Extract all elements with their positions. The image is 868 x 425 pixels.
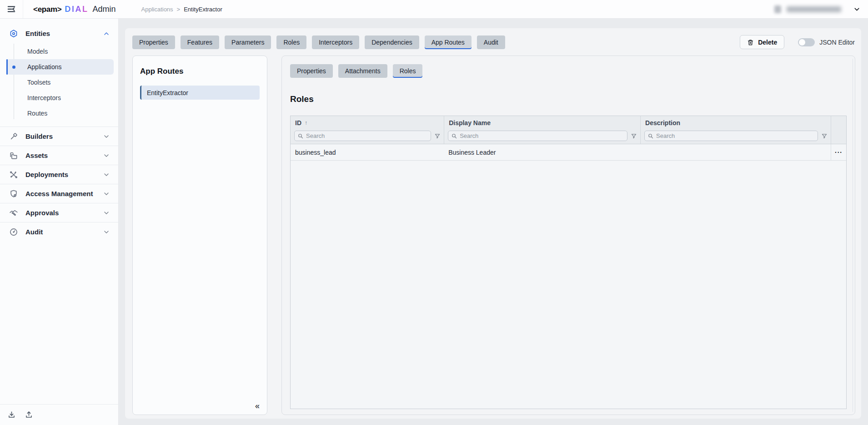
sort-asc-icon: ↑ [305,120,307,126]
tab-dependencies[interactable]: Dependencies [365,35,419,49]
sidebar-item-access-management[interactable]: Access Management [0,184,118,203]
detail-tab-properties[interactable]: Properties [290,64,333,78]
deployments-icon [9,170,18,179]
table-filter-row [291,130,846,144]
detail-tabs: Properties Attachments Roles [290,64,847,78]
topbar-divider [23,0,23,18]
content-row: App Routes EntityExtractor « Properties … [132,56,855,415]
sidebar-collapse-icon [6,4,16,14]
sidebar-nav: Entities Models Applications Toolsets In… [0,19,118,404]
row-more-actions-button[interactable]: ··· [835,149,843,156]
sidebar-item-approvals[interactable]: Approvals [0,203,118,222]
sidebar-item-routes[interactable]: Routes [6,106,114,121]
breadcrumb-separator: > [177,6,181,13]
collapse-icon: « [255,401,260,410]
delete-button-label: Delete [758,39,777,46]
table-row[interactable]: business_lead Business Leader ··· [291,144,846,161]
cell-actions: ··· [831,144,846,160]
description-search-input[interactable] [656,132,814,139]
user-avatar [774,5,781,13]
dial-logo: DIAL [65,5,88,14]
detail-tab-roles[interactable]: Roles [393,64,423,78]
upload-button[interactable] [23,409,35,421]
sidebar-item-label: Approvals [25,209,95,217]
sidebar-footer [0,404,118,425]
chevron-up-icon [103,30,110,37]
sidebar-item-audit[interactable]: Audit [0,223,118,241]
breadcrumb-current: EntityExtractor [184,6,222,13]
column-header-description[interactable]: Description [640,116,831,130]
tab-audit[interactable]: Audit [477,35,505,49]
app-routes-panel: App Routes EntityExtractor « [132,56,267,415]
id-search-input[interactable] [306,132,427,139]
display-name-filter-button[interactable] [630,132,638,140]
tab-features[interactable]: Features [181,35,219,49]
sidebar-item-entities[interactable]: Entities [0,24,118,43]
tab-properties[interactable]: Properties [132,35,175,49]
delete-button[interactable]: Delete [740,35,784,49]
trash-icon [747,39,754,46]
breadcrumb-parent-link[interactable]: Applications [141,6,173,13]
filter-cell-display-name [444,130,640,144]
filter-cell-actions [831,130,846,144]
roles-table: ID ↑ Display Name Description [290,116,847,409]
user-name-redacted [787,6,841,12]
sidebar-subitem-label: Interceptors [27,94,61,101]
cell-display-name: Business Leader [444,144,640,160]
entities-submenu: Models Applications Toolsets Interceptor… [0,43,118,126]
download-icon [7,410,16,419]
sidebar-item-models[interactable]: Models [6,44,114,59]
filter-cell-description [640,130,831,144]
entities-icon [9,29,18,38]
detail-scrollbar[interactable] [853,59,853,412]
toggle-knob [799,39,805,46]
toolbar-controls: Delete JSON Editor [740,35,855,49]
route-list-item-entityextractor[interactable]: EntityExtractor [140,86,260,100]
tab-parameters[interactable]: Parameters [225,35,271,49]
sidebar: Entities Models Applications Toolsets In… [0,19,119,425]
cell-description [640,144,831,160]
column-header-id[interactable]: ID ↑ [291,116,444,130]
app-logo: <epam> DIAL Admin [33,5,116,14]
chevron-down-icon [103,133,110,140]
id-search-box [294,131,431,141]
sidebar-item-assets[interactable]: Assets [0,146,118,165]
ellipsis-icon: ··· [835,149,843,156]
filter-funnel-icon [631,133,637,139]
sidebar-item-deployments[interactable]: Deployments [0,165,118,184]
detail-tab-attachments[interactable]: Attachments [338,64,387,78]
cell-id: business_lead [291,144,444,160]
tab-interceptors[interactable]: Interceptors [312,35,359,49]
sidebar-item-toolsets[interactable]: Toolsets [6,75,114,90]
topbar: <epam> DIAL Admin Applications > EntityE… [0,0,868,19]
sidebar-item-label: Builders [25,132,95,140]
breadcrumb: Applications > EntityExtractor [141,6,222,13]
sidebar-item-applications[interactable]: Applications [6,59,114,75]
display-name-search-input[interactable] [460,132,624,139]
chevron-down-icon [103,209,110,217]
sidebar-item-interceptors[interactable]: Interceptors [6,90,114,106]
entity-panel: Properties Features Parameters Roles Int… [125,28,861,419]
tab-app-routes[interactable]: App Routes [425,35,472,49]
sidebar-toggle-button[interactable] [0,0,23,18]
sidebar-item-label: Audit [25,228,95,236]
filter-cell-id [291,130,444,144]
filter-funnel-icon [821,133,828,139]
json-editor-toggle[interactable] [798,38,815,46]
approvals-icon [9,208,18,218]
download-button[interactable] [5,409,17,421]
sidebar-subitem-label: Toolsets [27,79,50,86]
tab-roles[interactable]: Roles [276,35,306,49]
column-header-display-name[interactable]: Display Name [444,116,640,130]
sidebar-subitem-label: Models [27,48,48,55]
description-filter-button[interactable] [820,132,828,140]
chevron-down-icon [103,228,110,236]
route-detail-panel: Properties Attachments Roles Roles ID ↑ [281,56,855,415]
id-filter-button[interactable] [433,132,442,140]
collapse-panel-button[interactable]: « [255,401,260,411]
user-menu-button[interactable] [774,5,868,13]
audit-icon [9,228,18,237]
chevron-down-icon [853,5,861,13]
sidebar-item-builders[interactable]: Builders [0,127,118,146]
json-editor-label: JSON Editor [819,39,855,46]
